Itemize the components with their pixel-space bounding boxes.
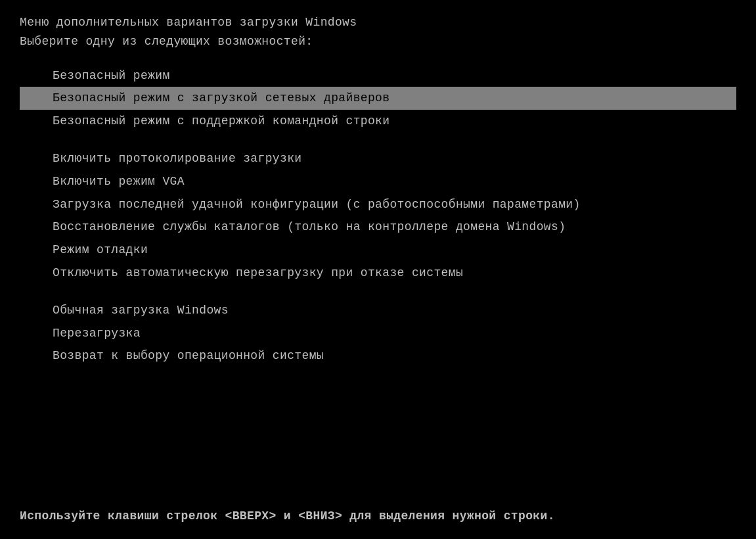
footer-text: Используйте клавиши стрелок <ВВЕРХ> и <В…	[20, 507, 736, 526]
menu-item-normal-boot[interactable]: Обычная загрузка Windows	[20, 299, 736, 322]
menu-item-safe-mode-cmd[interactable]: Безопасный режим с поддержкой командной …	[20, 110, 736, 133]
menu-item-debug-mode[interactable]: Режим отладки	[20, 239, 736, 262]
menu-item-last-known-good[interactable]: Загрузка последней удачной конфигурации …	[20, 193, 736, 216]
header-title: Меню дополнительных вариантов загрузки W…	[20, 13, 736, 32]
menu-item-return-os[interactable]: Возврат к выбору операционной системы	[20, 344, 736, 367]
menu-spacer	[20, 133, 736, 147]
menu-item-safe-mode-network[interactable]: Безопасный режим с загрузкой сетевых дра…	[20, 87, 736, 110]
menu-section: Безопасный режимБезопасный режим с загру…	[20, 64, 736, 501]
menu-item-enable-vga[interactable]: Включить режим VGA	[20, 170, 736, 193]
boot-menu-screen: Меню дополнительных вариантов загрузки W…	[0, 0, 756, 539]
header-section: Меню дополнительных вариантов загрузки W…	[20, 13, 736, 51]
footer-section: Используйте клавиши стрелок <ВВЕРХ> и <В…	[20, 500, 736, 526]
menu-item-restore-directory[interactable]: Восстановление службы каталогов (только …	[20, 216, 736, 239]
menu-item-disable-restart[interactable]: Отключить автоматическую перезагрузку пр…	[20, 262, 736, 285]
menu-spacer	[20, 285, 736, 299]
menu-item-restart[interactable]: Перезагрузка	[20, 322, 736, 345]
menu-item-enable-logging[interactable]: Включить протоколирование загрузки	[20, 147, 736, 170]
header-subtitle: Выберите одну из следующих возможностей:	[20, 32, 736, 51]
menu-item-safe-mode[interactable]: Безопасный режим	[20, 64, 736, 87]
